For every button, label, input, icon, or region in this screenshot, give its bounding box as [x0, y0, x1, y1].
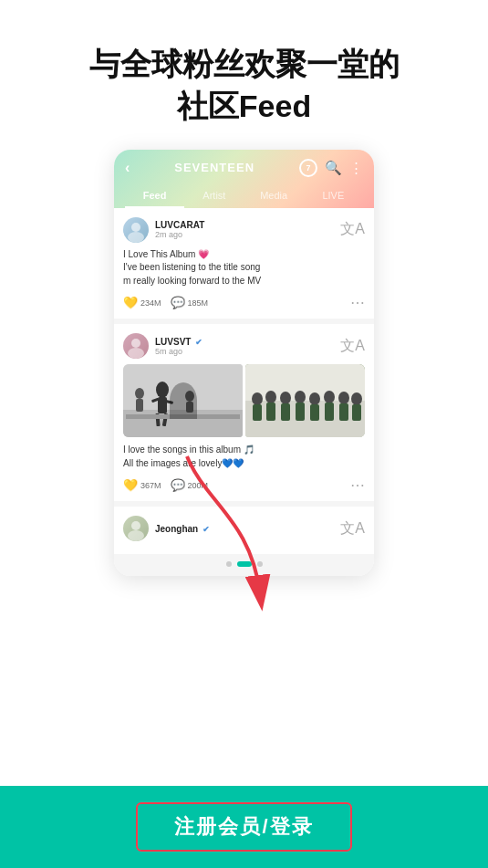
svg-point-36	[128, 530, 144, 541]
svg-point-1	[128, 232, 144, 243]
translate-icon-3[interactable]: 文A	[340, 519, 365, 539]
image-grid-2	[123, 364, 365, 437]
svg-rect-24	[281, 403, 290, 421]
svg-point-27	[309, 392, 320, 405]
translate-icon-2[interactable]: 文A	[340, 337, 365, 356]
post-time-1: 2m ago	[155, 230, 204, 239]
comment-btn-2[interactable]: 💬 200M	[171, 478, 209, 492]
svg-point-12	[135, 388, 144, 399]
tab-live[interactable]: LIVE	[304, 184, 363, 208]
circle-badge: 7	[299, 159, 317, 177]
svg-point-14	[185, 391, 194, 402]
comment-icon-2: 💬	[171, 478, 185, 492]
svg-point-6	[156, 382, 169, 398]
comment-icon-1: 💬	[171, 296, 185, 309]
app-header-top: ‹ SEVENTEEN 7 🔍 ⋮	[125, 159, 363, 177]
post-actions-2: 💛 367M 💬 200M ⋯	[123, 476, 365, 494]
svg-rect-32	[339, 403, 348, 421]
dot-2	[237, 561, 252, 567]
dot-3	[257, 561, 263, 567]
app-tabs: Feed Artist Media LIVE	[125, 184, 363, 208]
comment-count-1: 185M	[188, 298, 209, 308]
post-user-3: Jeonghan ✔	[123, 516, 210, 541]
svg-rect-30	[325, 403, 334, 421]
register-button[interactable]: 注册会员/登录	[136, 802, 351, 852]
svg-point-29	[324, 391, 335, 403]
svg-point-19	[252, 392, 263, 405]
svg-point-35	[131, 521, 140, 530]
post-header-1: LUVCARAT 2m ago 文A	[123, 217, 365, 243]
avatar-3	[123, 516, 149, 541]
post-text-2: I love the songs in this album 🎵 All the…	[123, 444, 365, 470]
title-area: 与全球粉丝欢聚一堂的 社区Feed	[0, 0, 488, 150]
avatar-2	[123, 333, 149, 359]
svg-rect-20	[253, 404, 262, 421]
tab-media[interactable]: Media	[244, 184, 304, 208]
post-text-1: I Love This Album 💗 I've been listening …	[123, 248, 365, 288]
svg-rect-26	[296, 403, 305, 421]
user-info-3: Jeonghan ✔	[155, 524, 210, 534]
verified-badge-2: ✔	[195, 338, 202, 347]
svg-point-21	[265, 391, 276, 403]
title-line2: 社区Feed	[177, 89, 311, 123]
tab-feed[interactable]: Feed	[125, 184, 184, 208]
comment-count-2: 200M	[188, 481, 209, 490]
svg-point-31	[338, 392, 349, 404]
like-icon-2: 💛	[123, 478, 138, 492]
svg-rect-16	[126, 414, 240, 419]
post-card-2: LUVSVT ✔ 5m ago 文A	[114, 324, 374, 501]
post-card-1: LUVCARAT 2m ago 文A I Love This Album 💗 I…	[114, 208, 374, 319]
post-actions-1: 💛 234M 💬 185M ⋯	[123, 294, 365, 311]
more-icon[interactable]: ⋮	[349, 160, 363, 176]
title-text: 与全球粉丝欢聚一堂的 社区Feed	[27, 44, 461, 128]
svg-point-33	[351, 392, 362, 405]
app-header: ‹ SEVENTEEN 7 🔍 ⋮ Feed Artist Media LIVE	[114, 150, 374, 208]
dot-1	[226, 561, 232, 567]
user-info-1: LUVCARAT 2m ago	[155, 220, 204, 239]
header-icons: 7 🔍 ⋮	[299, 159, 363, 177]
verified-badge-3: ✔	[202, 525, 210, 534]
post-user-1: LUVCARAT 2m ago	[123, 217, 204, 243]
back-icon[interactable]: ‹	[125, 160, 130, 176]
post-more-1[interactable]: ⋯	[350, 294, 365, 311]
like-btn-1[interactable]: 💛 234M	[123, 296, 161, 309]
like-count-2: 367M	[140, 481, 161, 490]
post-header-3: Jeonghan ✔ 文A	[123, 516, 365, 541]
translate-icon-1[interactable]: 文A	[340, 220, 365, 239]
search-icon[interactable]: 🔍	[325, 160, 342, 176]
post-header-2: LUVSVT ✔ 5m ago 文A	[123, 333, 365, 359]
like-icon-1: 💛	[123, 296, 138, 309]
feed-area: LUVCARAT 2m ago 文A I Love This Album 💗 I…	[114, 208, 374, 555]
svg-point-23	[280, 392, 291, 404]
svg-rect-22	[266, 403, 275, 421]
post-more-2[interactable]: ⋯	[350, 476, 365, 494]
like-count-1: 234M	[140, 298, 161, 308]
svg-point-3	[128, 348, 144, 359]
avatar-1	[123, 217, 149, 243]
svg-rect-34	[352, 404, 361, 421]
user-info-2: LUVSVT ✔ 5m ago	[155, 337, 202, 356]
title-line1: 与全球粉丝欢聚一堂的	[89, 47, 400, 81]
username-1: LUVCARAT	[155, 220, 204, 230]
post-user-2: LUVSVT ✔ 5m ago	[123, 333, 202, 359]
svg-rect-5	[123, 410, 243, 437]
post-time-2: 5m ago	[155, 347, 202, 356]
phone-mockup: ‹ SEVENTEEN 7 🔍 ⋮ Feed Artist Media LIVE	[114, 150, 374, 577]
register-btn-area: 注册会员/登录	[0, 786, 488, 868]
svg-point-2	[131, 339, 140, 348]
post-image-left	[123, 364, 243, 437]
pagination-dots	[114, 554, 374, 576]
app-name: SEVENTEEN	[174, 161, 254, 174]
svg-rect-28	[310, 404, 319, 421]
svg-rect-13	[136, 399, 143, 412]
post-image-right	[245, 364, 365, 437]
comment-btn-1[interactable]: 💬 185M	[171, 296, 209, 309]
svg-rect-15	[186, 402, 193, 413]
post-card-3: Jeonghan ✔ 文A	[114, 507, 374, 554]
svg-point-0	[131, 223, 140, 232]
svg-point-25	[295, 391, 306, 403]
svg-rect-7	[158, 397, 167, 413]
username-3: Jeonghan ✔	[155, 524, 210, 534]
tab-artist[interactable]: Artist	[184, 184, 244, 208]
like-btn-2[interactable]: 💛 367M	[123, 478, 161, 492]
